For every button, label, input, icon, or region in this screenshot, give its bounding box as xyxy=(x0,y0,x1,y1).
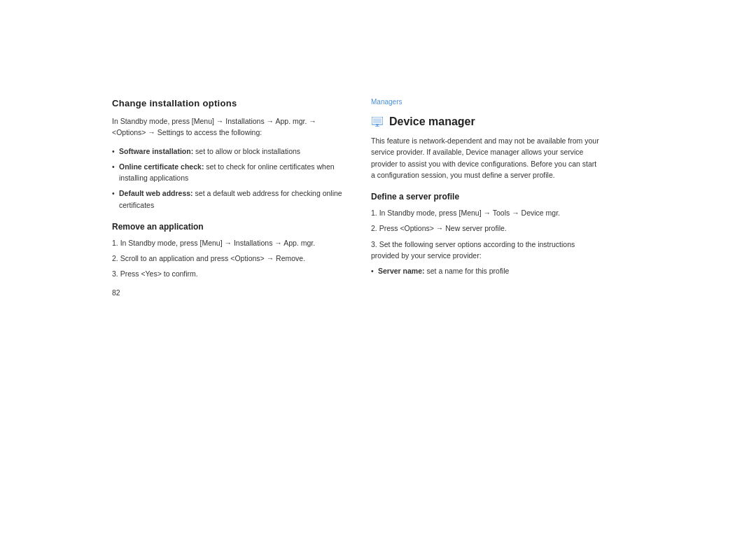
remove-application-title: Remove an application xyxy=(112,222,343,232)
change-installation-bullets: Software installation: set to allow or b… xyxy=(112,146,343,211)
remove-application-steps: 1. In Standby mode, press [Menu] → Insta… xyxy=(112,237,343,280)
left-column: Change installation options In Standby m… xyxy=(112,98,343,297)
bullet-webaddress-label: Default web address: xyxy=(119,189,193,197)
change-installation-title: Change installation options xyxy=(112,98,343,108)
bullet-software-label: Software installation: xyxy=(119,147,193,155)
device-manager-icon xyxy=(371,116,384,127)
server-step-3-text: Set the following server options accordi… xyxy=(371,240,575,260)
define-server-profile-steps: 1. In Standby mode, press [Menu] → Tools… xyxy=(371,207,602,261)
remove-step-3-num: 3. xyxy=(112,269,118,278)
page-container: Change installation options In Standby m… xyxy=(0,0,756,534)
server-step-1-text: In Standby mode, press [Menu] → Tools → … xyxy=(379,209,560,217)
device-manager-intro: This feature is network-dependent and ma… xyxy=(371,135,602,181)
server-step-2-num: 2. xyxy=(371,224,377,232)
server-step-2-text: Press <Options> → New server profile. xyxy=(379,224,507,232)
remove-step-1: 1. In Standby mode, press [Menu] → Insta… xyxy=(112,237,343,248)
remove-step-2: 2. Scroll to an application and press <O… xyxy=(112,253,343,264)
bullet-certificate: Online certificate check: set to check f… xyxy=(112,161,343,184)
bullet-software: Software installation: set to allow or b… xyxy=(112,146,343,157)
remove-step-2-text: Scroll to an application and press <Opti… xyxy=(120,254,305,262)
change-installation-section: Change installation options In Standby m… xyxy=(112,98,343,211)
bullet-server-name: Server name: set a name for this profile xyxy=(371,265,602,276)
server-step-2: 2. Press <Options> → New server profile. xyxy=(371,223,602,234)
device-manager-title: Device manager xyxy=(389,115,475,128)
server-step-1-num: 1. xyxy=(371,209,377,217)
bullet-webaddress: Default web address: set a default web a… xyxy=(112,188,343,211)
define-server-profile-section: Define a server profile 1. In Standby mo… xyxy=(371,192,602,276)
remove-step-1-text: In Standby mode, press [Menu] → Installa… xyxy=(120,239,315,247)
server-step-1: 1. In Standby mode, press [Menu] → Tools… xyxy=(371,207,602,218)
page-number: 82 xyxy=(112,288,343,297)
server-profile-bullets: Server name: set a name for this profile xyxy=(371,265,602,276)
bullet-server-name-label: Server name: xyxy=(378,267,425,275)
bullet-certificate-label: Online certificate check: xyxy=(119,162,204,171)
remove-step-2-num: 2. xyxy=(112,254,118,262)
device-manager-title-container: Device manager xyxy=(371,115,602,128)
define-server-profile-title: Define a server profile xyxy=(371,192,602,202)
remove-application-section: Remove an application 1. In Standby mode… xyxy=(112,222,343,297)
content-area: Change installation options In Standby m… xyxy=(112,98,644,297)
change-installation-intro: In Standby mode, press [Menu] → Installa… xyxy=(112,115,343,139)
device-manager-section: Device manager This feature is network-d… xyxy=(371,115,602,181)
remove-step-3: 3. Press <Yes> to confirm. xyxy=(112,268,343,279)
server-step-3-num: 3. xyxy=(371,240,377,248)
remove-step-3-text: Press <Yes> to confirm. xyxy=(120,269,198,278)
bullet-software-text: set to allow or block installations xyxy=(193,147,300,155)
server-step-3: 3. Set the following server options acco… xyxy=(371,239,602,262)
right-column: Managers Device manager Th xyxy=(371,98,602,297)
svg-rect-1 xyxy=(373,118,382,123)
breadcrumb: Managers xyxy=(371,98,602,106)
remove-step-1-num: 1. xyxy=(112,239,118,247)
bullet-server-name-text: set a name for this profile xyxy=(425,267,510,275)
